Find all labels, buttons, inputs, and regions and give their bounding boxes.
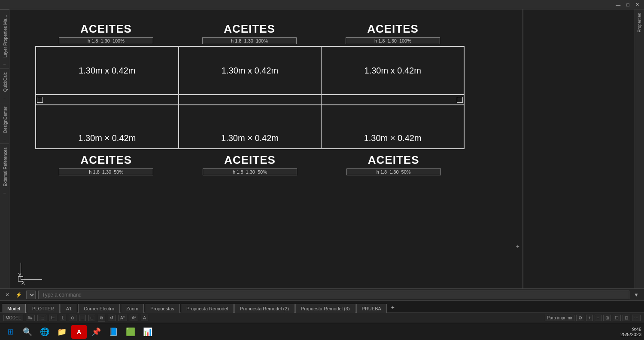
- tab-zoom[interactable]: Zoom: [121, 304, 144, 313]
- grid-toggle-btn[interactable]: ##: [26, 315, 35, 321]
- bottom-labels-row: ACEITES h 1.8 1.30 50% ACEITES h 1.8 1.3…: [35, 153, 465, 175]
- upper-dims-bar-1: h 1.8 1.30 100%: [59, 37, 153, 44]
- x-axis-label: X: [21, 280, 25, 286]
- left-sidebar: Layer Properties Mana... ··· QuickCalc ·…: [0, 9, 9, 288]
- right-panel: [523, 9, 635, 288]
- command-input[interactable]: [38, 291, 629, 299]
- tab-corner-electro[interactable]: Corner Electro: [78, 304, 120, 313]
- status-right: Para imprimir ⚙ + − ⊞ ☐ ⊡ ⋯: [545, 315, 641, 321]
- bottom-section-2: ACEITES h 1.8 1.30 50%: [179, 153, 321, 175]
- canvas-area[interactable]: ACEITES h 1.8 1.30 100% ACEITES h 1.8 1.…: [9, 9, 523, 288]
- command-search-button[interactable]: ⚡: [14, 291, 24, 298]
- taskbar-app-4[interactable]: 📌: [88, 325, 104, 339]
- upper-labels-row: ACEITES h 1.8 1.30 100% ACEITES h 1.8 1.…: [35, 22, 465, 45]
- tab-model[interactable]: Model: [2, 304, 26, 313]
- lower-dims-bar-3: h 1.8 1.30 50%: [346, 168, 441, 175]
- shelf-cell-upper-1: 1.30m x 0.42m: [36, 47, 179, 94]
- snap-toggle-btn[interactable]: ::::: [37, 315, 46, 321]
- main-layout: Layer Properties Mana... ··· QuickCalc ·…: [0, 9, 644, 288]
- properties-tab[interactable]: Properties: [636, 9, 643, 36]
- divider-inner-1: [37, 97, 43, 103]
- windows-start-button[interactable]: ⊞: [3, 325, 18, 339]
- upper-title-1: ACEITES: [80, 22, 132, 36]
- right-divider: [522, 9, 523, 288]
- shelf-container: 1.30m x 0.42m 1.30m x 0.42m 1.30m x 0.42…: [35, 46, 465, 149]
- drawing-content: ACEITES h 1.8 1.30 100% ACEITES h 1.8 1.…: [35, 22, 486, 175]
- crosshair-marker: +: [516, 243, 519, 250]
- command-dropdown[interactable]: [26, 291, 36, 299]
- taskbar-app-explorer[interactable]: 📁: [54, 325, 70, 339]
- sidebar-tab-quickcalc[interactable]: QuickCalc: [0, 68, 9, 95]
- shelf-section-upper-1: ACEITES h 1.8 1.30 100%: [35, 22, 177, 45]
- taskbar-search-button[interactable]: 🔍: [20, 325, 35, 339]
- lineweight-toggle-btn[interactable]: □: [88, 315, 95, 321]
- middle-divider: [36, 95, 464, 105]
- sidebar-dots-3: ···: [0, 136, 9, 144]
- maximize-button[interactable]: □: [624, 1, 632, 8]
- upper-title-3: ACEITES: [367, 22, 419, 36]
- osnap-toggle-btn[interactable]: ⊙: [69, 315, 76, 321]
- taskbar-app-browser[interactable]: 🌐: [37, 325, 52, 339]
- upper-dims-bar-3: h 1.8 1.30 100%: [346, 37, 440, 44]
- tab-propuesta-remodel-3[interactable]: Propuesta Remodel (3): [295, 304, 355, 313]
- ortho-toggle-btn[interactable]: ⊢: [49, 315, 57, 321]
- shelf-cell-lower-1: 1.30m × 0.42m: [36, 105, 179, 148]
- tab-propuesta-remodel-2[interactable]: Propuesta Remodel (2): [234, 304, 295, 313]
- tab-prueba[interactable]: PRUEBA: [356, 304, 387, 313]
- coord-area: Y X: [9, 254, 523, 288]
- sidebar-dots-4: ···: [0, 190, 9, 197]
- divider-cell-1: [36, 95, 179, 104]
- cell-label-upper-3: 1.30m x 0.42m: [365, 66, 421, 76]
- taskbar-app-6[interactable]: 🟩: [123, 325, 138, 339]
- polar-toggle-btn[interactable]: L: [60, 315, 67, 321]
- rotation-btn[interactable]: ↺: [108, 315, 115, 321]
- properties-sidebar: Properties: [635, 9, 644, 288]
- cell-label-lower-1: 1.30m × 0.42m: [78, 133, 136, 143]
- print-btn[interactable]: Para imprimir: [545, 315, 574, 321]
- layout-btn[interactable]: ☐: [613, 315, 621, 321]
- zoom-minus-btn[interactable]: −: [595, 315, 601, 321]
- copy-btn[interactable]: ⧉: [98, 315, 105, 322]
- taskbar-right: 9:46 25/5/2023: [620, 327, 641, 337]
- shelf-cell-upper-3: 1.30m x 0.42m: [322, 47, 464, 94]
- bottom-section-1: ACEITES h 1.8 1.30 50%: [35, 153, 177, 175]
- shelf-cell-lower-3: 1.30m × 0.42m: [322, 105, 464, 148]
- divider-cell-3: [322, 95, 464, 104]
- status-bar: MODEL ## :::: ⊢ L ⊙ _ □ ⧉ ↺ A° Aᵃ A Para…: [0, 312, 644, 323]
- taskbar-app-5[interactable]: 📘: [106, 325, 121, 339]
- otrack-toggle-btn[interactable]: _: [79, 315, 86, 321]
- command-close-button[interactable]: ✕: [3, 291, 11, 298]
- sidebar-tab-designcenter[interactable]: DesignCenter: [0, 103, 9, 136]
- command-dropdown-btn[interactable]: ▼: [632, 291, 641, 298]
- sidebar-tab-external-refs[interactable]: External References: [0, 144, 9, 190]
- minimize-button[interactable]: —: [614, 1, 623, 8]
- lower-title-2: ACEITES: [224, 153, 276, 167]
- annotate-btn[interactable]: A: [141, 315, 148, 321]
- extra-btn[interactable]: ⋯: [632, 315, 641, 321]
- tab-propuestas[interactable]: Propuestas: [145, 304, 180, 313]
- add-tab-button[interactable]: +: [388, 302, 398, 312]
- taskbar-app-7[interactable]: 📊: [140, 325, 155, 339]
- shelf-cell-upper-2: 1.30m x 0.42m: [179, 47, 322, 94]
- panels-btn[interactable]: ⊞: [603, 315, 611, 321]
- taskbar-app-autocad[interactable]: A: [71, 325, 87, 339]
- lower-shelves: 1.30m × 0.42m 1.30m × 0.42m 1.30m × 0.42…: [36, 105, 464, 148]
- lower-dims-bar-1: h 1.8 1.30 50%: [59, 168, 153, 175]
- upper-title-2: ACEITES: [224, 22, 275, 36]
- settings-btn[interactable]: ⚙: [576, 315, 584, 321]
- viewport-btn[interactable]: ⊡: [623, 315, 630, 321]
- zoom-plus-btn[interactable]: +: [586, 315, 593, 321]
- divider-cell-2: [179, 95, 322, 104]
- sidebar-dots-1: ···: [0, 61, 9, 68]
- lower-title-1: ACEITES: [80, 153, 132, 167]
- model-status-btn[interactable]: MODEL: [3, 315, 23, 321]
- close-button[interactable]: ✕: [633, 1, 641, 8]
- tab-propuesta-remodel[interactable]: Propuesta Remodel: [181, 304, 234, 313]
- annotation2-btn[interactable]: Aᵃ: [130, 315, 139, 321]
- tab-a1[interactable]: A1: [61, 304, 77, 313]
- tab-plotter[interactable]: PLOTTER: [27, 304, 60, 313]
- annotation-btn[interactable]: A°: [118, 315, 127, 321]
- title-bar-controls: — □ ✕: [614, 1, 641, 8]
- sidebar-tab-layers[interactable]: Layer Properties Mana...: [0, 9, 9, 61]
- cell-label-lower-3: 1.30m × 0.42m: [364, 133, 422, 143]
